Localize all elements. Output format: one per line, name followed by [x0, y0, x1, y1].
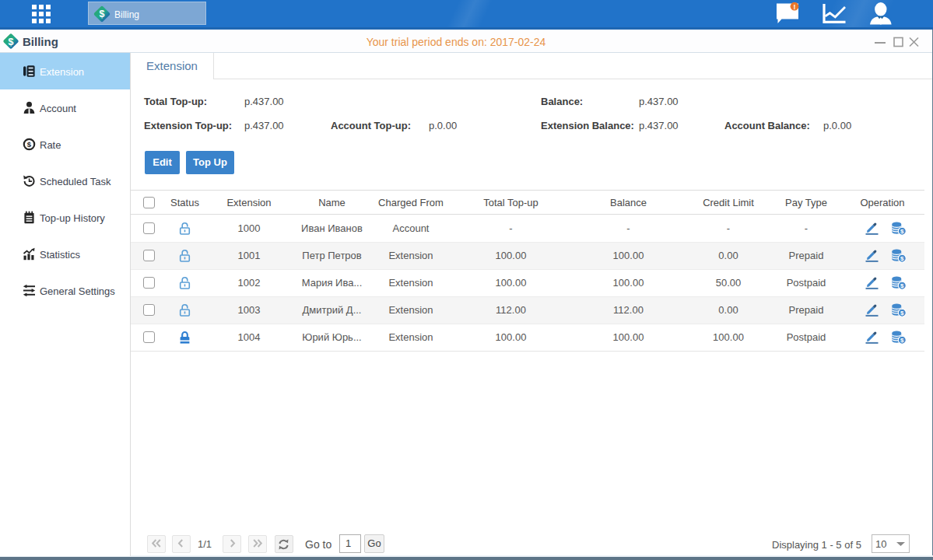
svg-text:$: $ [9, 37, 14, 47]
svg-text:$: $ [900, 228, 904, 235]
svg-text:$: $ [100, 9, 105, 19]
svg-text:!: ! [794, 3, 796, 11]
svg-text:$: $ [900, 255, 904, 262]
svg-text:$: $ [900, 282, 904, 289]
svg-text:$: $ [27, 140, 32, 149]
svg-text:$: $ [900, 310, 904, 317]
svg-text:$: $ [900, 337, 904, 344]
